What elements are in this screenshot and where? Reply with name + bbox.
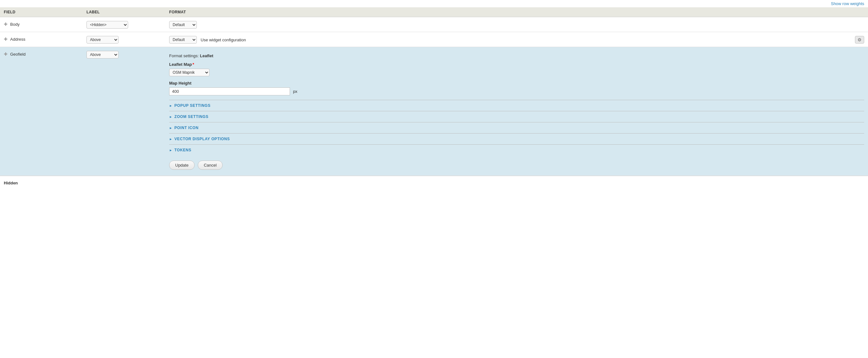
field-name-address: Address xyxy=(10,37,25,42)
point-icon-trigger[interactable]: ► POINT ICON xyxy=(169,126,864,130)
use-widget-config-text: Use widget configuration xyxy=(197,37,246,42)
label-select-body[interactable]: <Hidden> Above Inline Visually Hidden xyxy=(87,21,128,29)
label-cell-body: <Hidden> Above Inline Visually Hidden xyxy=(87,20,169,29)
show-row-weights-link[interactable]: Show row weights xyxy=(831,1,864,6)
column-format: FORMAT xyxy=(169,10,864,14)
format-settings-value: Leaflet xyxy=(200,53,213,58)
top-bar: Show row weights xyxy=(0,0,868,7)
table-row-geofield: ✚ Geofield Above <Hidden> Inline Format … xyxy=(0,47,868,176)
label-cell-geofield: Above <Hidden> Inline xyxy=(87,50,169,59)
table-header: FIELD LABEL FORMAT xyxy=(0,7,868,17)
action-buttons: Update Cancel xyxy=(169,160,864,172)
format-select-body[interactable]: Default xyxy=(169,21,197,29)
popup-settings-trigger[interactable]: ► POPUP SETTINGS xyxy=(169,103,864,108)
label-select-geofield[interactable]: Above <Hidden> Inline xyxy=(87,51,119,59)
tokens-arrow: ► xyxy=(169,148,173,152)
table-row-body: ✚ Body <Hidden> Above Inline Visually Hi… xyxy=(0,17,868,32)
label-select-address[interactable]: Above <Hidden> Inline xyxy=(87,36,119,43)
hidden-section-label: Hidden xyxy=(4,181,18,185)
leaflet-map-group: Leaflet Map* OSM Mapnik OpenTopoMap Stam… xyxy=(169,62,864,76)
map-height-suffix: px xyxy=(293,89,298,94)
popup-settings-section: ► POPUP SETTINGS xyxy=(169,100,864,111)
field-name-body: Body xyxy=(10,22,20,27)
label-cell-address: Above <Hidden> Inline xyxy=(87,35,169,43)
format-cell-body: Default xyxy=(169,20,864,29)
field-cell-body: ✚ Body xyxy=(4,20,87,27)
field-cell-geofield: ✚ Geofield xyxy=(4,50,87,57)
hidden-section: Hidden xyxy=(0,176,868,190)
format-select-address[interactable]: Default xyxy=(169,36,197,43)
required-star: * xyxy=(193,62,194,67)
tokens-section: ► TOKENS xyxy=(169,144,864,155)
map-height-group: Map Height px xyxy=(169,81,864,95)
popup-settings-arrow: ► xyxy=(169,104,173,108)
point-icon-arrow: ► xyxy=(169,126,173,130)
field-name-geofield: Geofield xyxy=(10,52,25,57)
zoom-settings-label: ZOOM SETTINGS xyxy=(175,115,209,119)
point-icon-label: POINT ICON xyxy=(175,126,199,130)
vector-display-trigger[interactable]: ► VECTOR DISPLAY OPTIONS xyxy=(169,137,864,141)
cancel-button[interactable]: Cancel xyxy=(198,160,223,170)
map-height-input[interactable] xyxy=(169,87,290,95)
leaflet-map-label: Leaflet Map* xyxy=(169,62,864,67)
gear-button-address[interactable]: ⚙ xyxy=(855,36,864,43)
format-settings-panel: Format settings: Leaflet Leaflet Map* OS… xyxy=(169,51,864,172)
vector-display-section: ► VECTOR DISPLAY OPTIONS xyxy=(169,133,864,144)
map-height-label: Map Height xyxy=(169,81,864,86)
vector-display-label: VECTOR DISPLAY OPTIONS xyxy=(175,137,230,141)
column-field: FIELD xyxy=(4,10,87,14)
zoom-settings-trigger[interactable]: ► ZOOM SETTINGS xyxy=(169,115,864,119)
drag-handle-address[interactable]: ✚ xyxy=(4,36,8,42)
tokens-label: TOKENS xyxy=(175,148,191,152)
drag-handle-geofield[interactable]: ✚ xyxy=(4,52,8,57)
update-button[interactable]: Update xyxy=(169,160,194,170)
tokens-trigger[interactable]: ► TOKENS xyxy=(169,148,864,152)
column-label: LABEL xyxy=(87,10,169,14)
format-cell-geofield: Format settings: Leaflet Leaflet Map* OS… xyxy=(169,50,864,172)
field-cell-address: ✚ Address xyxy=(4,35,87,42)
zoom-settings-section: ► ZOOM SETTINGS xyxy=(169,111,864,122)
zoom-settings-arrow: ► xyxy=(169,115,173,119)
table-row-address: ✚ Address Above <Hidden> Inline Default … xyxy=(0,32,868,47)
format-settings-title: Format settings: Leaflet xyxy=(169,53,864,58)
format-cell-address: Default Use widget configuration ⚙ xyxy=(169,35,864,43)
leaflet-map-select[interactable]: OSM Mapnik OpenTopoMap Stamen Toner xyxy=(169,69,210,76)
vector-display-arrow: ► xyxy=(169,137,173,141)
popup-settings-label: POPUP SETTINGS xyxy=(175,103,211,108)
drag-handle-body[interactable]: ✚ xyxy=(4,22,8,27)
point-icon-section: ► POINT ICON xyxy=(169,122,864,133)
